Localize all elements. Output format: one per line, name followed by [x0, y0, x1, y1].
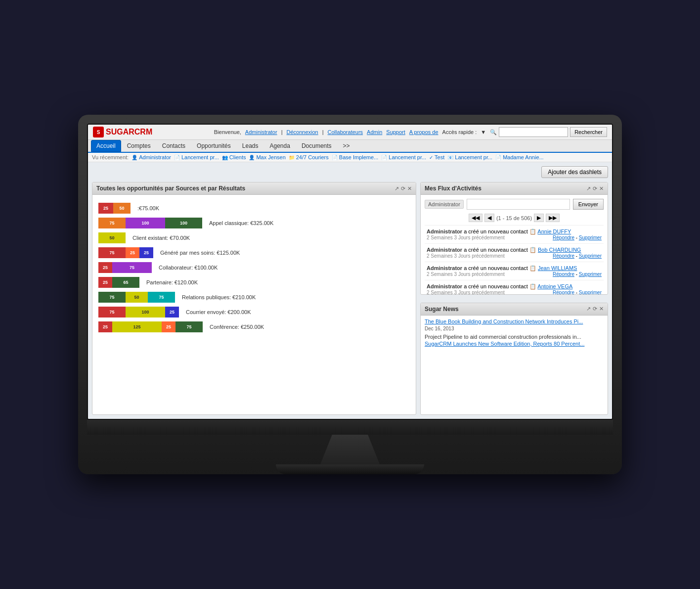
chart-row-4: 75 25 25 Généré par mes soins: €125.00K	[98, 247, 410, 258]
bar-segment: 125	[112, 321, 162, 332]
bar-segment: 75	[175, 321, 203, 332]
reply-link-1[interactable]: Répondre	[553, 235, 574, 240]
chart-label-6: Partenaire: €120.00K	[146, 279, 198, 285]
nav-accueil[interactable]: Accueil	[91, 140, 121, 152]
activity-actions: Répondre - Supprimer	[553, 235, 602, 240]
add-dashlets-button[interactable]: Ajouter des dashlets	[541, 166, 608, 178]
bar-segment: 25	[98, 203, 113, 214]
news-text-1: Project Pipeline to aid commercial const…	[425, 333, 604, 341]
chart-label-4: Généré par mes soins: €125.00K	[160, 250, 240, 256]
bar-segment: 75	[98, 247, 126, 258]
recent-clients[interactable]: 👥 Clients	[222, 154, 246, 160]
chart-expand-icon[interactable]: ↗	[394, 185, 399, 192]
doc4-icon: 📄	[495, 155, 501, 160]
nav-comptes[interactable]: Comptes	[122, 140, 156, 152]
contact-link-1[interactable]: Annie DUFFY	[537, 228, 571, 234]
chart-bars-1: 25 50	[98, 203, 131, 214]
contact-link-4[interactable]: Antoine VEGA	[537, 283, 572, 289]
recent-madame[interactable]: 📄 Madame Annie...	[495, 154, 544, 160]
activity-send-button[interactable]: Envoyer	[573, 199, 604, 210]
chart-row-2: 75 100 100 Appel classique: €325.00K	[98, 218, 410, 228]
bar-segment: 100	[126, 307, 165, 317]
top-right-area: Bienvenue, Administrator | Déconnexion |…	[214, 127, 607, 137]
nav-more[interactable]: >>	[338, 140, 355, 152]
separator1: |	[281, 129, 283, 135]
activity-text-input[interactable]	[467, 199, 570, 210]
activity-refresh-icon[interactable]: ⟳	[593, 185, 597, 192]
bar-segment: 75	[98, 292, 126, 303]
contact-link-2[interactable]: Bob CHARDLING	[538, 247, 581, 253]
nav-contacts[interactable]: Contacts	[157, 140, 191, 152]
reply-link-4[interactable]: Répondre	[553, 290, 574, 294]
welcome-text: Bienvenue,	[214, 129, 241, 135]
nav-leads[interactable]: Leads	[237, 140, 264, 152]
activity-expand-icon[interactable]: ↗	[586, 185, 591, 192]
dropdown-icon[interactable]: ▼	[481, 129, 486, 135]
bar-segment: 75	[98, 218, 126, 228]
logo-text: SUGARCRM	[106, 128, 152, 136]
recent-lancement3[interactable]: 📧 Lancement pr...	[447, 154, 492, 160]
user-link[interactable]: Administrator	[245, 129, 277, 135]
activity-action: a créé un nouveau contact	[464, 265, 529, 271]
delete-link-4[interactable]: Supprimer	[579, 290, 602, 294]
activity-actions: Répondre - Supprimer	[553, 272, 602, 277]
page-next-button[interactable]: ▶	[534, 214, 544, 222]
recent-lancement2[interactable]: 📄 Lancement pr...	[381, 154, 426, 160]
news-refresh-icon[interactable]: ⟳	[593, 306, 597, 312]
sugar-news-controls: ↗ ⟳ ✕	[586, 306, 604, 312]
news-link-1[interactable]: The Blue Book Building and Construction …	[425, 318, 604, 324]
chart-label-5: Collaborateur: €100.00K	[159, 265, 218, 271]
bar-segment: 75	[98, 307, 126, 317]
nav-opportunites[interactable]: Opportunités	[191, 140, 236, 152]
sugar-news-body: The Blue Book Building and Construction …	[421, 316, 608, 351]
activity-actor: Administrator	[427, 283, 462, 289]
chart-dashlet-body: 25 50 :€75.00K 75 100 100	[92, 195, 416, 344]
support-link[interactable]: Support	[386, 129, 405, 135]
recent-lancement1[interactable]: 📄 Lancement pr...	[174, 154, 219, 160]
news-date-1: Dec 16, 2013	[425, 326, 454, 331]
chart-bars-6: 25 65	[98, 277, 139, 288]
activity-close-icon[interactable]: ✕	[599, 185, 604, 192]
collaborators-link[interactable]: Collaborateurs	[328, 129, 363, 135]
bar-segment: 50	[126, 292, 148, 303]
search-button[interactable]: Rechercher	[570, 127, 607, 137]
news-expand-icon[interactable]: ↗	[586, 306, 591, 312]
monitor-stand-top	[87, 420, 613, 435]
delete-link-1[interactable]: Supprimer	[579, 235, 602, 240]
about-link[interactable]: A propos de	[409, 129, 438, 135]
news-link-2[interactable]: SugarCRM Launches New Software Edition, …	[425, 341, 604, 347]
contact-link-3[interactable]: Jean WILLIAMS	[538, 265, 577, 271]
page-first-button[interactable]: ◀◀	[469, 214, 482, 222]
page-prev-button[interactable]: ◀	[484, 214, 494, 222]
bar-segment: 65	[112, 277, 139, 288]
chart-row-6: 25 65 Partenaire: €120.00K	[98, 277, 410, 288]
recent-base[interactable]: 📄 Base Impleme...	[332, 154, 378, 160]
reply-link-3[interactable]: Répondre	[553, 272, 574, 277]
chart-close-icon[interactable]: ✕	[407, 185, 412, 192]
news-close-icon[interactable]: ✕	[599, 306, 604, 312]
logout-link[interactable]: Déconnexion	[286, 129, 318, 135]
search-icon: 🔍	[490, 129, 497, 136]
recent-test[interactable]: ✓ Test	[429, 154, 444, 160]
check-icon: ✓	[429, 155, 433, 160]
delete-link-3[interactable]: Supprimer	[579, 272, 602, 277]
delete-link-2[interactable]: Supprimer	[579, 253, 602, 259]
reply-link-2[interactable]: Répondre	[553, 253, 574, 259]
recent-administrator[interactable]: 👤 Administrator	[131, 154, 171, 160]
chart-bars-2: 75 100 100	[98, 218, 202, 228]
chart-bars-9: 25 125 25 75	[98, 321, 203, 332]
chart-bars-8: 75 100 25	[98, 307, 179, 317]
bar-segment: 25	[162, 321, 175, 332]
bar-segment: 100	[165, 218, 202, 228]
nav-documents[interactable]: Documents	[296, 140, 337, 152]
recent-maxjensen[interactable]: 👤 Max Jensen	[249, 154, 285, 160]
search-input[interactable]	[499, 127, 568, 137]
recent-couriers[interactable]: 📁 24/7 Couriers	[289, 154, 329, 160]
activity-action: a créé un nouveau contact	[464, 228, 529, 234]
admin-link[interactable]: Admin	[367, 129, 382, 135]
page-last-button[interactable]: ▶▶	[546, 214, 560, 222]
nav-agenda[interactable]: Agenda	[264, 140, 296, 152]
chart-refresh-icon[interactable]: ⟳	[401, 185, 405, 192]
separator2: |	[322, 129, 324, 135]
bar-segment: 75	[148, 292, 175, 303]
